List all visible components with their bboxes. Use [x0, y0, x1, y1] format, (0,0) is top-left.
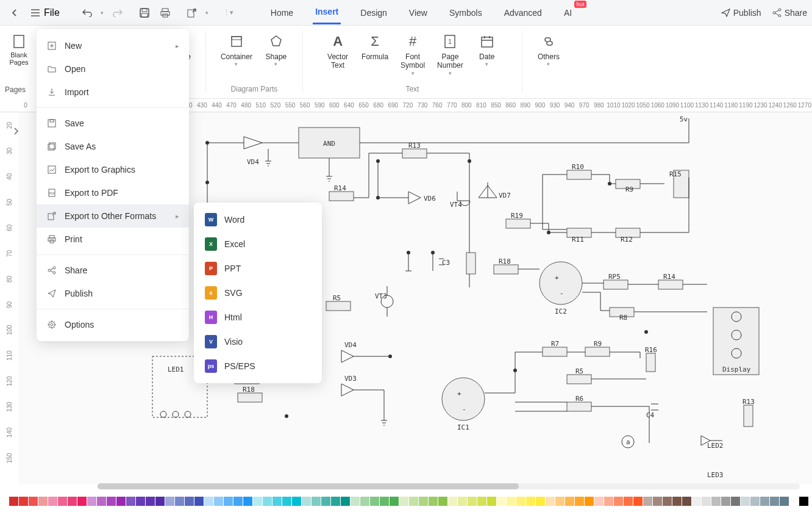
export-html[interactable]: HHtml [194, 305, 322, 330]
color-swatch[interactable] [741, 497, 750, 506]
share-button[interactable]: Share [772, 8, 807, 18]
color-swatch[interactable] [360, 497, 369, 506]
color-swatch[interactable] [750, 497, 760, 506]
color-swatch[interactable] [526, 497, 535, 506]
color-swatch[interactable] [487, 497, 496, 506]
others-button[interactable]: Others▾ [532, 31, 565, 70]
color-swatch[interactable] [243, 497, 252, 506]
color-swatch[interactable] [702, 497, 711, 506]
tab-insert[interactable]: Insert [313, 1, 341, 24]
undo-button[interactable] [78, 4, 96, 22]
color-swatch[interactable] [136, 497, 145, 506]
color-swatch[interactable] [107, 497, 116, 506]
color-swatch[interactable] [497, 497, 506, 506]
color-swatch[interactable] [682, 497, 691, 506]
more-toolbar[interactable]: ⋮▾ [219, 4, 238, 22]
export-word[interactable]: WWord [194, 207, 322, 232]
color-swatch[interactable] [292, 497, 301, 506]
color-swatch[interactable] [789, 497, 799, 506]
color-swatch[interactable] [653, 497, 662, 506]
back-button[interactable] [5, 3, 24, 23]
color-swatch[interactable] [438, 497, 447, 506]
menu-open[interactable]: Open [37, 57, 189, 81]
color-swatch[interactable] [370, 497, 379, 506]
menu-print[interactable]: Print [37, 228, 189, 251]
menu-share[interactable]: Share [37, 259, 189, 282]
menu-options[interactable]: Options [37, 313, 189, 336]
export-ps[interactable]: psPS/EPS [194, 354, 322, 378]
color-swatch[interactable] [380, 497, 389, 506]
color-swatch[interactable] [624, 497, 633, 506]
undo-dropdown[interactable]: ▾ [99, 4, 106, 22]
publish-button[interactable]: Publish [721, 8, 761, 18]
color-swatch[interactable] [458, 497, 467, 506]
color-swatch[interactable] [760, 497, 769, 506]
print-button[interactable] [156, 4, 174, 22]
date-button[interactable]: Date▾ [471, 31, 504, 79]
font-symbol-button[interactable]: #Font Symbol▾ [396, 31, 430, 79]
shape-button[interactable]: Shape▾ [260, 31, 293, 70]
menu-export-pdf[interactable]: PDF Export to PDF [37, 181, 189, 204]
color-swatch[interactable] [185, 497, 194, 506]
tab-home[interactable]: Home [268, 2, 296, 24]
color-swatch[interactable] [780, 497, 789, 506]
page-number-button[interactable]: 1Page Number▾ [432, 31, 468, 79]
blank-pages-button[interactable]: Blank Pages [7, 31, 30, 68]
color-swatch[interactable] [58, 497, 67, 506]
tab-view[interactable]: View [407, 2, 430, 24]
menu-save-as[interactable]: Save As [37, 135, 189, 158]
color-swatch[interactable] [253, 497, 262, 506]
color-swatch[interactable] [214, 497, 223, 506]
color-swatch[interactable] [477, 497, 486, 506]
color-swatch[interactable] [321, 497, 330, 506]
color-swatch[interactable] [19, 497, 28, 506]
container-button[interactable]: Container▾ [216, 31, 257, 70]
color-swatch[interactable] [585, 497, 594, 506]
color-swatch[interactable] [87, 497, 96, 506]
export-dropdown[interactable]: ▾ [204, 4, 211, 22]
menu-publish[interactable]: Publish [37, 282, 189, 305]
color-swatch[interactable] [604, 497, 613, 506]
color-swatch[interactable] [731, 497, 740, 506]
vector-text-button[interactable]: AVector Text [321, 31, 354, 79]
color-swatch[interactable] [643, 497, 652, 506]
color-swatch[interactable] [448, 497, 457, 506]
color-swatch[interactable] [663, 497, 672, 506]
color-swatch[interactable] [272, 497, 282, 506]
color-swatch[interactable] [516, 497, 525, 506]
color-swatch[interactable] [565, 497, 574, 506]
color-swatch[interactable] [468, 497, 477, 506]
export-ppt[interactable]: PPPT [194, 256, 322, 281]
color-swatch[interactable] [282, 497, 291, 506]
color-swatch[interactable] [692, 497, 701, 506]
color-swatch[interactable] [29, 497, 38, 506]
color-swatch[interactable] [204, 497, 213, 506]
color-swatch[interactable] [711, 497, 721, 506]
color-swatch[interactable] [38, 497, 48, 506]
color-swatch[interactable] [68, 497, 77, 506]
menu-export-graphics[interactable]: Export to Graphics [37, 158, 189, 181]
color-swatch[interactable] [224, 497, 233, 506]
export-excel[interactable]: XExcel [194, 232, 322, 256]
color-swatch[interactable] [594, 497, 604, 506]
color-swatch[interactable] [721, 497, 730, 506]
formula-button[interactable]: ΣFormula [357, 31, 393, 79]
menu-export-other[interactable]: Export to Other Formats ▸ [37, 204, 189, 228]
color-swatch[interactable] [575, 497, 584, 506]
menu-save[interactable]: Save [37, 112, 189, 135]
color-swatch[interactable] [263, 497, 272, 506]
color-swatch[interactable] [48, 497, 57, 506]
color-swatch[interactable] [633, 497, 643, 506]
tab-ai[interactable]: AIhot [561, 2, 574, 24]
color-swatch[interactable] [146, 497, 155, 506]
color-swatch[interactable] [77, 497, 87, 506]
tab-advanced[interactable]: Advanced [502, 2, 544, 24]
color-swatch[interactable] [331, 497, 340, 506]
export-button[interactable] [183, 4, 201, 22]
color-swatch[interactable] [429, 497, 438, 506]
menu-import[interactable]: Import [37, 81, 189, 104]
menu-new[interactable]: New ▸ [37, 34, 189, 57]
color-swatch[interactable] [399, 497, 408, 506]
color-swatch[interactable] [341, 497, 350, 506]
tab-design[interactable]: Design [358, 2, 390, 24]
